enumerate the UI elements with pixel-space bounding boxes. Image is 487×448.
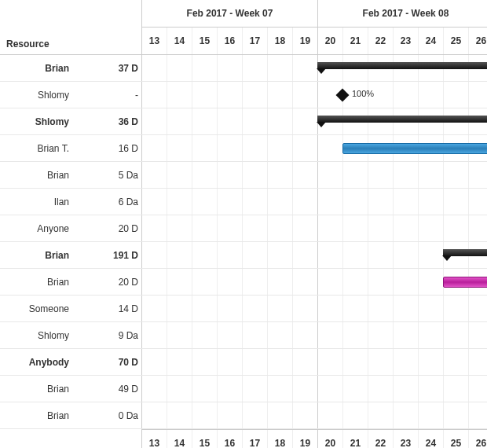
resource-cell: Brian [0,384,79,395]
duration-cell: 20 D [79,223,141,234]
timeline-row[interactable]: 100% [141,82,487,108]
resource-row[interactable]: Brian0 Da [0,402,141,429]
duration-cell: 0 Da [79,410,141,421]
duration-cell: 9 Da [79,330,141,341]
timeline-row[interactable] [141,108,487,135]
resource-row[interactable]: Brian191 D [0,242,141,269]
day-header: 1314151617181920212223242526 [141,28,487,55]
timeline-row[interactable] [141,269,487,296]
day-label: 19 [292,28,317,54]
resource-row[interactable]: Ilan6 Da [0,189,141,215]
duration-cell: 70 D [79,357,141,368]
week-label: Feb 2017 - Week 08 [317,0,487,27]
resource-cell: Shlomy [0,116,79,127]
resource-cell: Someone [0,303,79,314]
timeline-row[interactable] [141,135,487,162]
week-header: Feb 2017 - Week 07Feb 2017 - Week 08 [141,0,487,28]
day-label: 22 [368,430,393,448]
resource-row[interactable]: Shlomy9 Da [0,322,141,349]
day-label: 16 [217,430,242,448]
day-label: 21 [342,28,368,54]
week-label: Feb 2017 - Week 07 [141,0,317,27]
resource-cell: Ilan [0,196,79,207]
gantt-timeline-panel[interactable]: Feb 2017 - Week 07Feb 2017 - Week 08 131… [141,0,487,448]
resource-row[interactable]: Shlomy36 D [0,108,141,135]
duration-cell: 191 D [79,250,141,261]
resource-cell: Shlomy [0,330,79,341]
resource-cell: Anyone [0,223,79,234]
resource-cell: Brian [0,410,79,421]
day-label: 24 [418,430,443,448]
day-label: 24 [418,28,443,54]
milestone-label: 100% [352,89,374,98]
day-label: 16 [217,28,242,54]
day-label: 14 [167,430,192,448]
milestone-icon[interactable] [336,89,350,102]
duration-cell: 6 Da [79,196,141,207]
resource-row[interactable]: Shlomy- [0,82,141,108]
duration-cell: 37 D [79,63,141,74]
column-header-resource: Resource [6,39,49,50]
day-label: 22 [368,28,393,54]
duration-cell: - [79,90,141,101]
duration-cell: 16 D [79,143,141,154]
resource-row[interactable]: Anyone20 D [0,215,141,242]
resource-row[interactable]: Brian T.16 D [0,135,141,162]
resource-cell: Brian [0,250,79,261]
timeline-row[interactable] [141,349,487,376]
duration-cell: 20 D [79,277,141,288]
day-label: 18 [267,430,292,448]
day-label: 23 [393,430,418,448]
day-label: 15 [192,430,217,448]
timeline-row[interactable] [141,322,487,349]
resource-row[interactable]: Brian37 D [0,55,141,82]
resource-cell: Brian [0,277,79,288]
timeline-row[interactable] [141,402,487,429]
task-bar[interactable] [342,143,487,154]
resource-row[interactable]: Someone14 D [0,296,141,322]
timeline-row[interactable] [141,215,487,242]
resource-row[interactable]: Brian20 D [0,269,141,296]
resource-row[interactable]: Anybody70 D [0,349,141,376]
day-footer: 1314151617181920212223242526 [141,429,487,448]
timeline-row[interactable] [141,296,487,322]
left-header: Resource [0,0,141,55]
timeline-body: 100% [141,55,487,429]
resource-cell: Shlomy [0,90,79,101]
timeline-row[interactable] [141,242,487,269]
day-label: 26 [468,430,487,448]
duration-cell: 5 Da [79,170,141,181]
duration-cell: 49 D [79,384,141,395]
task-bar[interactable] [443,277,487,288]
timeline-row[interactable] [141,376,487,402]
timeline-row[interactable] [141,189,487,215]
timeline-row[interactable] [141,55,487,82]
resource-cell: Brian [0,63,79,74]
day-label: 26 [468,28,487,54]
day-label: 13 [141,430,167,448]
day-label: 15 [192,28,217,54]
day-label: 20 [317,430,342,448]
resource-row[interactable]: Brian5 Da [0,162,141,189]
day-label: 21 [342,430,368,448]
timeline-row[interactable] [141,162,487,189]
day-label: 20 [317,28,342,54]
summary-bar[interactable] [317,116,487,123]
summary-bar[interactable] [317,62,487,69]
day-label: 17 [242,430,267,448]
resource-cell: Brian T. [0,143,79,154]
resource-row[interactable]: Brian49 D [0,376,141,402]
gantt-left-panel: Resource Brian37 DShlomy-Shlomy36 DBrian… [0,0,141,429]
day-label: 14 [167,28,192,54]
day-label: 19 [292,430,317,448]
day-label: 23 [393,28,418,54]
duration-cell: 36 D [79,116,141,127]
day-label: 18 [267,28,292,54]
resource-cell: Anybody [0,357,79,368]
day-label: 25 [443,28,468,54]
summary-bar[interactable] [443,249,487,256]
day-label: 25 [443,430,468,448]
day-label: 13 [141,28,167,54]
resource-cell: Brian [0,170,79,181]
day-label: 17 [242,28,267,54]
